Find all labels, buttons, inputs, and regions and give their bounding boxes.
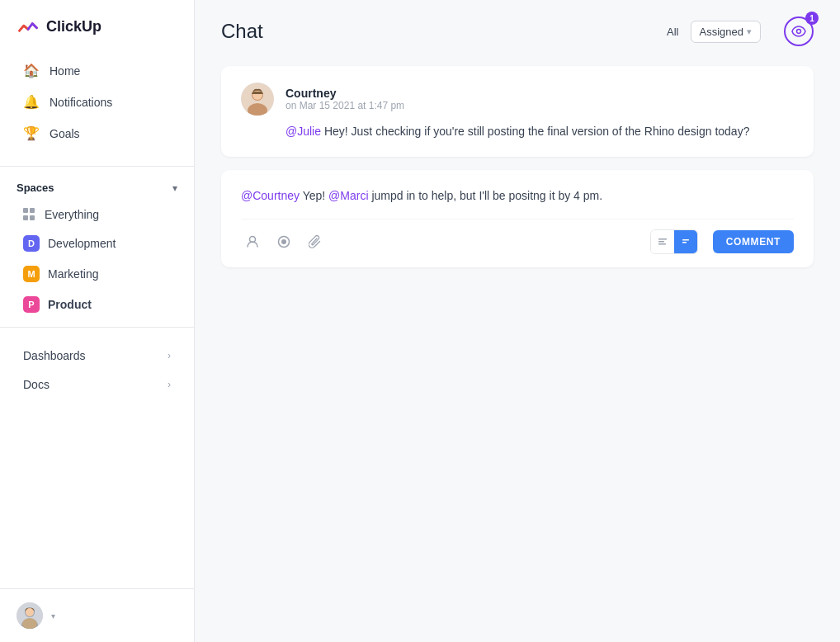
message-card: Courtney on Mar 15 2021 at 1:47 pm @Juli… — [221, 66, 814, 157]
docs-label: Docs — [23, 378, 50, 391]
avatar-image — [17, 602, 43, 629]
message-avatar — [241, 83, 274, 116]
mention: @Julie — [286, 125, 321, 138]
bottom-nav: Dashboards › Docs › — [0, 341, 194, 399]
divider — [0, 166, 194, 167]
sidebar-item-notifications[interactable]: 🔔 Notifications — [7, 87, 187, 117]
courtney-avatar — [241, 83, 274, 116]
format-btn-plain[interactable] — [651, 230, 674, 253]
chevron-down-icon: ▾ — [172, 182, 177, 194]
sidebar-item-label: Notifications — [50, 96, 112, 109]
reply-toolbar: COMMENT — [241, 219, 794, 254]
eye-icon — [791, 26, 806, 37]
sidebar-item-home[interactable]: 🏠 Home — [7, 55, 187, 86]
page-title: Chat — [221, 20, 649, 43]
chevron-right-icon: › — [168, 350, 171, 361]
bell-icon: 🔔 — [23, 94, 40, 110]
sidebar-footer[interactable]: ▾ — [0, 588, 194, 642]
sidebar-item-everything[interactable]: Everything — [7, 201, 187, 228]
user-menu-chevron: ▾ — [51, 611, 55, 621]
record-icon[interactable] — [272, 230, 295, 253]
chat-header: Chat All Assigned ▾ 1 — [195, 0, 840, 59]
format-toggle — [650, 229, 698, 254]
sidebar-item-label: Goals — [50, 127, 80, 140]
svg-rect-13 — [658, 238, 667, 240]
divider-2 — [0, 327, 194, 328]
space-label: Everything — [45, 208, 99, 221]
svg-point-12 — [281, 239, 286, 244]
reply-card: @Courtney Yep! @Marci jumpd in to help, … — [221, 170, 814, 267]
space-label: Marketing — [48, 267, 98, 281]
chevron-right-icon: › — [168, 379, 171, 390]
main-nav: 🏠 Home 🔔 Notifications 🏆 Goals — [0, 51, 194, 159]
filter-tabs: All Assigned ▾ — [662, 21, 761, 43]
sidebar: ClickUp 🏠 Home 🔔 Notifications 🏆 Goals S… — [0, 0, 195, 642]
dashboards-label: Dashboards — [23, 349, 86, 362]
message-author: Courtney — [286, 87, 404, 100]
tab-all[interactable]: All — [662, 22, 683, 41]
mention-marci: @Marci — [328, 189, 368, 202]
spaces-label: Spaces — [17, 182, 54, 194]
avatar — [17, 602, 43, 629]
user-icon[interactable] — [241, 230, 264, 253]
everything-icon — [23, 208, 36, 221]
svg-rect-17 — [682, 239, 689, 241]
attach-icon[interactable] — [304, 230, 327, 253]
mention-courtney: @Courtney — [241, 189, 300, 202]
tab-assigned[interactable]: Assigned ▾ — [691, 21, 761, 43]
main-content: Chat All Assigned ▾ 1 — [195, 0, 840, 642]
message-meta: Courtney on Mar 15 2021 at 1:47 pm — [286, 87, 404, 111]
badge-count: 1 — [805, 12, 819, 25]
home-icon: 🏠 — [23, 63, 40, 78]
message-time: on Mar 15 2021 at 1:47 pm — [286, 100, 404, 111]
space-color-dot: P — [23, 296, 40, 313]
space-label: Product — [48, 298, 92, 311]
spaces-list: Everything D Development M Marketing P P… — [0, 201, 194, 320]
sidebar-item-development[interactable]: D Development — [7, 229, 187, 258]
sidebar-item-product[interactable]: P Product — [7, 290, 187, 319]
space-color-dot: D — [23, 235, 40, 252]
svg-point-9 — [252, 90, 262, 100]
format-btn-rich[interactable] — [674, 230, 697, 253]
space-color-dot: M — [23, 266, 40, 282]
sidebar-item-goals[interactable]: 🏆 Goals — [7, 118, 187, 149]
message-header: Courtney on Mar 15 2021 at 1:47 pm — [241, 83, 794, 116]
comment-button[interactable]: COMMENT — [713, 230, 794, 253]
goals-icon: 🏆 — [23, 125, 40, 141]
notification-badge[interactable]: 1 — [784, 17, 814, 46]
space-label: Development — [48, 237, 116, 250]
svg-point-5 — [797, 30, 801, 34]
sidebar-item-docs[interactable]: Docs › — [7, 371, 187, 399]
svg-rect-14 — [658, 241, 664, 243]
sidebar-item-marketing[interactable]: M Marketing — [7, 259, 187, 289]
chevron-down-icon: ▾ — [747, 26, 752, 37]
clickup-logo-icon — [17, 15, 40, 38]
svg-point-3 — [26, 608, 34, 616]
message-body: @Julie Hey! Just checking if you're stil… — [286, 122, 794, 140]
logo-text: ClickUp — [46, 18, 101, 35]
logo[interactable]: ClickUp — [0, 0, 194, 51]
svg-rect-18 — [682, 242, 687, 243]
sidebar-item-label: Home — [50, 64, 80, 78]
spaces-header[interactable]: Spaces ▾ — [0, 173, 194, 201]
sidebar-item-dashboards[interactable]: Dashboards › — [7, 342, 187, 370]
svg-rect-15 — [658, 243, 666, 245]
chat-area: Courtney on Mar 15 2021 at 1:47 pm @Juli… — [195, 59, 840, 642]
reply-text: @Courtney Yep! @Marci jumpd in to help, … — [241, 186, 794, 205]
